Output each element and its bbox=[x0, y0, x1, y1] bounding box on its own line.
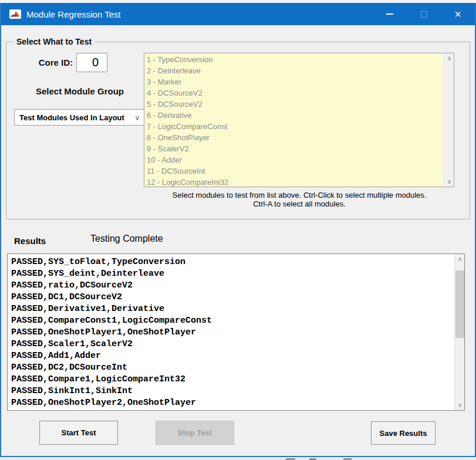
module-group-label: Select Module Group bbox=[25, 86, 135, 96]
result-line: PASSED,Compare1,LogicCompareInt32 bbox=[11, 374, 454, 385]
core-id-label: Core ID: bbox=[25, 58, 73, 67]
module-list: 1 - TypeConversion2 - Deinterleave3 - Ma… bbox=[144, 54, 444, 187]
results-lines: PASSED,SYS_toFloat,TypeConversionPASSED,… bbox=[8, 254, 454, 410]
close-button[interactable]: × bbox=[441, 3, 475, 25]
module-list-item[interactable]: 2 - Deinterleave bbox=[147, 65, 444, 76]
result-line: PASSED,CompareConst1,LogicCompareConst bbox=[11, 315, 454, 327]
minimize-button[interactable] bbox=[373, 3, 407, 25]
result-line: PASSED,OneShotPlayer2,OneShotPlayer bbox=[11, 397, 454, 409]
maximize-button[interactable] bbox=[407, 3, 441, 25]
result-line: PASSED,SYS_toFloat,TypeConversion bbox=[11, 256, 454, 268]
module-list-item[interactable]: 7 - LogicCompareConst bbox=[147, 121, 444, 132]
result-line: PASSED,DC1,DCSourceV2 bbox=[11, 292, 454, 303]
start-test-button[interactable]: Start Test bbox=[39, 421, 118, 445]
testing-status-text: Testing Complete bbox=[90, 234, 163, 244]
results-output-box[interactable]: PASSED,SYS_toFloat,TypeConversionPASSED,… bbox=[7, 253, 465, 411]
module-list-item[interactable]: 5 - DCSourceV2 bbox=[147, 99, 444, 110]
module-list-item[interactable]: 9 - ScalerV2 bbox=[147, 143, 444, 154]
window-title: Module Regression Test bbox=[26, 9, 373, 19]
module-list-item[interactable]: 4 - DCSourceV2 bbox=[147, 87, 444, 99]
result-line: PASSED,ratio,DCSourceV2 bbox=[11, 280, 454, 292]
module-regression-test-window: Module Regression Test × Select What to … bbox=[0, 3, 476, 457]
desktop-background-bottom bbox=[0, 457, 476, 460]
module-listbox[interactable]: 1 - TypeConversion2 - Deinterleave3 - Ma… bbox=[144, 53, 454, 187]
scroll-down-icon[interactable]: ∨ bbox=[444, 177, 454, 187]
help-line-2: Ctrl-A to select all modules. bbox=[136, 199, 463, 208]
scroll-up-icon[interactable]: ∧ bbox=[444, 53, 454, 63]
matlab-app-icon bbox=[9, 9, 21, 19]
stop-test-button[interactable]: Stop Test bbox=[156, 421, 234, 445]
result-line: PASSED,DC2,DCSourceInt bbox=[11, 362, 454, 374]
listbox-scrollbar[interactable]: ∧ ∨ bbox=[444, 53, 454, 187]
save-results-button[interactable]: Save Results bbox=[371, 421, 436, 445]
result-line: PASSED,Scaler2,ScalerV2 bbox=[11, 409, 454, 410]
module-list-item[interactable]: 1 - TypeConversion bbox=[147, 54, 444, 65]
result-line: PASSED,OneShotPlayer1,OneShotPlayer bbox=[11, 327, 454, 339]
result-line: PASSED,Derivative1,Derivative bbox=[11, 303, 454, 315]
results-label: Results bbox=[14, 236, 46, 246]
module-list-item[interactable]: 12 - LogicCompareInt32 bbox=[147, 177, 444, 187]
result-line: PASSED,SYS_deint,Deinterleave bbox=[11, 268, 454, 280]
help-line-1: Select modules to test from list above. … bbox=[136, 191, 463, 199]
maximize-icon bbox=[421, 11, 427, 18]
result-line: PASSED,SinkInt1,SinkInt bbox=[11, 385, 454, 397]
chevron-down-icon: ∨ bbox=[130, 113, 144, 122]
minimize-icon bbox=[386, 13, 393, 15]
scrollbar-thumb[interactable] bbox=[455, 270, 464, 338]
window-content: Select What to Test Core ID: Select Modu… bbox=[1, 25, 475, 456]
result-line: PASSED,Add1,Adder bbox=[11, 350, 454, 362]
core-id-input[interactable] bbox=[76, 53, 107, 72]
listbox-help-text: Select modules to test from list above. … bbox=[136, 191, 463, 208]
module-list-item[interactable]: 8 - OneShotPlayer bbox=[147, 132, 444, 143]
groupbox-legend: Select What to Test bbox=[13, 37, 94, 46]
titlebar[interactable]: Module Regression Test × bbox=[1, 3, 475, 25]
module-list-item[interactable]: 6 - Derivative bbox=[147, 110, 444, 121]
result-line: PASSED,Scaler1,ScalerV2 bbox=[11, 339, 454, 350]
dropdown-selected-value: Test Modules Used In Layout bbox=[15, 113, 130, 122]
scroll-down-icon[interactable]: ∨ bbox=[455, 400, 465, 410]
module-list-item[interactable]: 10 - Adder bbox=[147, 154, 444, 165]
scroll-up-icon[interactable]: ∧ bbox=[455, 254, 465, 264]
module-list-item[interactable]: 11 - DCSourceInt bbox=[147, 165, 444, 177]
module-group-dropdown[interactable]: Test Modules Used In Layout ∨ bbox=[14, 109, 145, 126]
results-scrollbar[interactable]: ∧ ∨ bbox=[454, 254, 464, 410]
module-list-item[interactable]: 3 - Marker bbox=[147, 76, 444, 87]
close-icon: × bbox=[454, 8, 461, 20]
